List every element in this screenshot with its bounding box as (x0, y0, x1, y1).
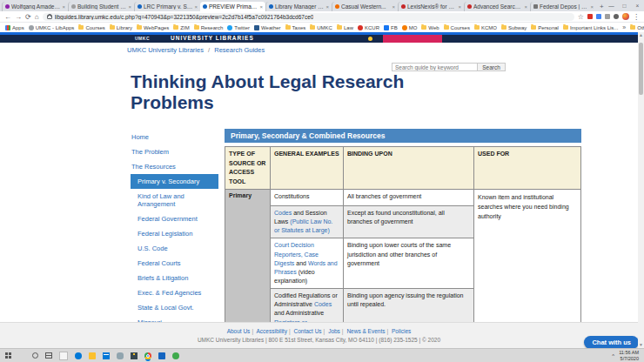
scroll-up-icon[interactable]: ▲ (638, 32, 644, 38)
extension-icon[interactable] (596, 14, 601, 19)
sidebar-item-primary-v-secondary[interactable]: Primary v. Secondary (131, 174, 218, 189)
sidebar-item-federal-courts[interactable]: Federal Courts (131, 256, 218, 271)
start-button-icon[interactable] (5, 352, 11, 359)
taskbar-app-file-explorer[interactable] (89, 352, 96, 359)
browser-tab[interactable]: Building Student Surve... × (68, 2, 134, 11)
browser-tab[interactable]: Library Manager : LibA... × (265, 2, 332, 11)
taskbar-app-word[interactable] (158, 352, 165, 359)
extension-icon[interactable] (587, 14, 593, 19)
page-scrollbar[interactable]: ▲ ▼ (638, 32, 644, 348)
bookmark-item[interactable]: Twitter (227, 25, 250, 30)
bookmark-item[interactable]: Taxes (285, 25, 306, 30)
taskbar-app-notes[interactable] (59, 352, 68, 360)
header-search-icon[interactable] (368, 37, 372, 41)
tab-close-icon[interactable]: × (392, 4, 395, 10)
tray-chevron-icon[interactable]: ^ (612, 353, 614, 359)
browser-menu-icon[interactable]: ⋮ (633, 11, 640, 23)
sidebar-item-the-resources[interactable]: The Resources (126, 159, 218, 174)
tab-close-icon[interactable]: × (458, 4, 461, 10)
scroll-down-icon[interactable]: ▼ (638, 342, 644, 348)
browser-tab[interactable]: Federal Depos | Fed... × (530, 2, 596, 11)
scrollbar-thumb[interactable] (639, 43, 643, 95)
bookmark-item[interactable]: Research (194, 25, 224, 30)
browser-tab[interactable]: Wolfgang Amadeus M... × (2, 2, 68, 11)
bookmark-item[interactable]: KCMO (474, 25, 497, 30)
close-button[interactable]: × (631, 0, 644, 11)
sidebar-item-briefs-litigation[interactable]: Briefs & Litigation (131, 271, 218, 285)
tab-close-icon[interactable]: × (259, 4, 263, 10)
sidebar-item-federal-legislation[interactable]: Federal Legislation (131, 226, 218, 241)
breadcrumb-link-guides[interactable]: Research Guides (214, 46, 265, 54)
minimize-button[interactable]: — (605, 0, 618, 11)
tab-close-icon[interactable]: × (524, 4, 527, 10)
bookmark-item[interactable]: UMKC (310, 25, 332, 30)
link-codes[interactable]: Codes (274, 210, 292, 216)
sidebar-item-the-problem[interactable]: The Problem (126, 144, 218, 159)
link-admin-codes[interactable]: Codes (314, 301, 332, 307)
sidebar-item-home[interactable]: Home (126, 130, 218, 144)
header-menu-block[interactable] (383, 35, 442, 43)
bookmark-item[interactable]: Courses (444, 25, 470, 30)
taskbar-app-store[interactable] (131, 352, 138, 359)
taskbar-app-edge[interactable] (75, 352, 82, 359)
bookmark-item[interactable]: Personal (531, 25, 559, 30)
bookmark-item[interactable]: Apps (5, 25, 24, 30)
bookmark-item[interactable]: Important Links Lis... (563, 25, 618, 30)
taskbar-app-onedrive[interactable] (117, 352, 124, 359)
sidebar-item-kind-of-law[interactable]: Kind of Law and Arrangement (131, 189, 218, 211)
bookmark-item[interactable]: Law (337, 25, 353, 30)
cortana-icon[interactable] (32, 352, 38, 359)
reload-icon[interactable]: ⟳ (25, 11, 31, 23)
other-bookmarks-folder[interactable]: Other bookmarks (630, 25, 644, 30)
taskbar-app-sharepoint[interactable] (172, 352, 179, 359)
bookmark-item[interactable]: ZIM (173, 25, 189, 30)
footer-link-jobs[interactable]: Jobs (328, 328, 340, 334)
browser-tab-active[interactable]: PREVIEW Primary v. S... × (200, 2, 265, 11)
chat-with-us-button[interactable]: Chat with us (584, 336, 639, 349)
browser-tab[interactable]: Advanced Search: Res... × (464, 2, 530, 11)
bookmark-item[interactable]: FB (384, 25, 398, 30)
guide-search-input[interactable] (392, 63, 478, 71)
back-icon[interactable]: ← (4, 11, 11, 23)
home-icon[interactable]: ⌂ (35, 11, 39, 23)
bookmark-item[interactable]: MO (402, 25, 418, 30)
extension-icon[interactable] (605, 14, 610, 19)
profile-avatar[interactable] (622, 13, 629, 20)
url-text[interactable]: libguides.library.umkc.edu/c.php?g=47094… (55, 14, 314, 20)
browser-tab[interactable]: LRC Primary v. Secon... × (134, 2, 200, 11)
bookmark-item[interactable]: Web (421, 25, 439, 30)
new-tab-button[interactable]: + (600, 2, 604, 11)
bookmark-item[interactable]: UMKC - LibApps (29, 25, 75, 30)
extension-icon[interactable] (614, 14, 619, 19)
tab-close-icon[interactable]: × (128, 4, 131, 10)
bookmark-item[interactable]: WebPages (137, 25, 169, 30)
windows-ink-icon[interactable] (18, 352, 25, 359)
tab-close-icon[interactable]: × (325, 4, 329, 10)
sidebar-item-federal-government[interactable]: Federal Government (131, 211, 218, 226)
bookmark-item[interactable]: Library (110, 25, 132, 30)
sidebar-item-exec-fed-agencies[interactable]: Exec. & Fed Agencies (131, 285, 218, 300)
tab-close-icon[interactable]: × (590, 4, 594, 10)
footer-link-accessibility[interactable]: Accessibility (257, 328, 287, 334)
guide-search-button[interactable]: Search (478, 63, 506, 71)
sidebar-item-us-code[interactable]: U.S. Code (131, 241, 218, 256)
taskbar-app-mail[interactable] (103, 352, 110, 359)
bookmark-item[interactable]: KCUR (358, 25, 379, 30)
sidebar-item-state-local-govt[interactable]: State & Local Govt. (131, 300, 218, 315)
bookmark-star-icon[interactable]: ☆ (578, 11, 584, 23)
taskbar-app-chrome[interactable] (144, 352, 151, 359)
task-view-icon[interactable] (45, 352, 52, 359)
bookmark-item[interactable]: Subway (501, 25, 527, 30)
taskbar-clock[interactable]: 11:56 AM 5/7/2020 (619, 350, 639, 361)
maximize-button[interactable]: □ (618, 0, 631, 11)
breadcrumb-link-libraries[interactable]: UMKC University Libraries (127, 46, 204, 54)
footer-link-contact[interactable]: Contact Us (293, 328, 321, 334)
footer-link-about[interactable]: About Us (227, 328, 251, 334)
bookmarks-overflow-icon[interactable]: » (622, 24, 626, 30)
tab-close-icon[interactable]: × (62, 4, 65, 10)
bookmark-item[interactable]: Courses (78, 25, 104, 30)
footer-link-news[interactable]: News & Events (346, 328, 385, 334)
address-bar[interactable]: libguides.library.umkc.edu/c.php?g=47094… (43, 13, 574, 21)
browser-tab[interactable]: LexisNexis® for Law S... × (398, 2, 464, 11)
bookmark-item[interactable]: Weather (254, 25, 281, 30)
